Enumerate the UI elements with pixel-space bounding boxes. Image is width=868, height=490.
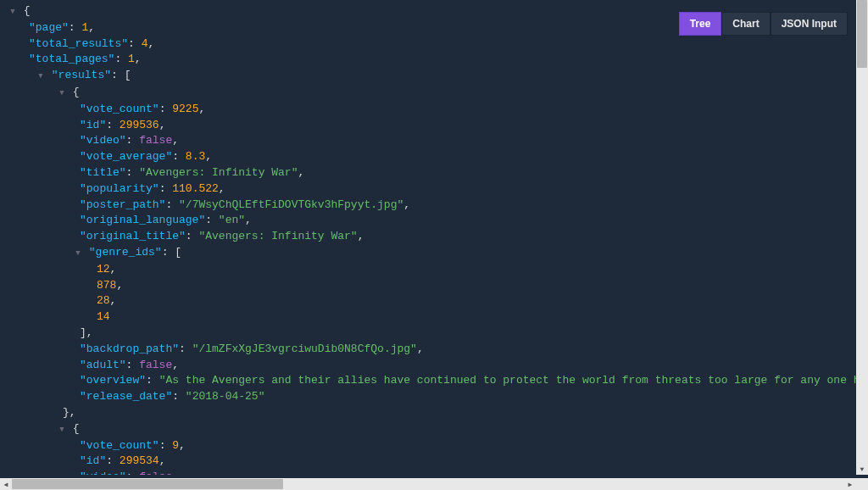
tab-chart[interactable]: Chart — [721, 12, 770, 36]
key-vote-average: "vote_average" — [80, 150, 172, 163]
val-original-language: "en" — [219, 214, 245, 226]
scroll-down-icon[interactable]: ▼ — [856, 463, 868, 475]
val-video: false — [139, 471, 172, 475]
val-genre-id: 878 — [97, 279, 116, 292]
key-vote-count: "vote_count" — [80, 103, 159, 115]
key-id: "id" — [80, 119, 106, 131]
key-backdrop-path: "backdrop_path" — [80, 342, 179, 355]
val-total-pages: 1 — [128, 53, 135, 65]
key-total-pages: "total_pages" — [29, 53, 114, 65]
key-poster-path: "poster_path" — [80, 198, 165, 211]
val-poster-path: "/7WsyChQLEftFiDOVTGkv3hFpyyt.jpg" — [179, 198, 403, 211]
json-tree: ▼ { "page": 1, "total_results": 4, "tota… — [0, 0, 856, 475]
key-video: "video" — [80, 134, 126, 147]
scrollbar-thumb[interactable] — [12, 479, 283, 489]
val-video: false — [139, 134, 172, 147]
json-viewport: ▼ { "page": 1, "total_results": 4, "tota… — [0, 0, 856, 475]
toggle-icon[interactable]: ▼ — [36, 69, 45, 85]
toggle-icon[interactable]: ▼ — [58, 86, 66, 102]
val-genre-id: 28 — [97, 294, 110, 307]
scrollbar-thumb[interactable] — [857, 0, 867, 68]
bracket-close: ], — [80, 326, 93, 339]
horizontal-scrollbar[interactable]: ◀ ▶ — [0, 478, 856, 490]
val-adult: false — [139, 359, 172, 371]
key-video: "video" — [80, 471, 126, 475]
val-original-title: "Avengers: Infinity War" — [198, 230, 357, 242]
view-tabs: Tree Chart JSON Input — [679, 12, 848, 36]
toggle-icon[interactable]: ▼ — [74, 246, 82, 262]
brace-close: }, — [63, 406, 76, 419]
key-popularity: "popularity" — [80, 182, 159, 195]
val-genre-id: 12 — [97, 263, 110, 276]
val-vote-count: 9225 — [172, 103, 198, 115]
vertical-scrollbar[interactable]: ▼ — [856, 0, 868, 475]
key-results: "results" — [52, 69, 111, 81]
key-id: "id" — [80, 454, 106, 467]
scrollbar-corner — [856, 478, 868, 490]
val-backdrop-path: "/lmZFxXgJE3vgrciwuDib0N8CfQo.jpg" — [192, 342, 417, 355]
key-page: "page" — [29, 21, 69, 34]
key-original-title: "original_title" — [80, 230, 186, 242]
key-vote-count: "vote_count" — [80, 439, 159, 452]
key-original-language: "original_language" — [80, 214, 205, 226]
tab-json-input[interactable]: JSON Input — [771, 12, 848, 36]
key-total-results: "total_results" — [29, 37, 128, 50]
val-vote-average: 8.3 — [186, 150, 205, 163]
key-adult: "adult" — [80, 359, 126, 371]
toggle-icon[interactable]: ▼ — [8, 4, 17, 20]
key-release-date: "release_date" — [80, 390, 172, 403]
val-genre-id: 14 — [97, 310, 110, 323]
val-release-date: "2018-04-25" — [186, 390, 265, 403]
key-title: "title" — [80, 166, 126, 179]
scroll-left-icon[interactable]: ◀ — [0, 478, 12, 490]
tab-tree[interactable]: Tree — [679, 12, 722, 36]
scroll-right-icon[interactable]: ▶ — [844, 478, 856, 490]
val-id: 299536 — [120, 119, 159, 131]
val-overview: "As the Avengers and their allies have c… — [159, 374, 856, 387]
toggle-icon[interactable]: ▼ — [58, 422, 66, 438]
brace-open: { — [73, 422, 80, 435]
brace-open: { — [73, 86, 80, 98]
brace-open: { — [24, 4, 31, 17]
val-id: 299534 — [120, 454, 159, 467]
val-popularity: 110.522 — [172, 182, 219, 195]
key-overview: "overview" — [80, 374, 146, 387]
val-title: "Avengers: Infinity War" — [139, 166, 298, 179]
val-vote-count: 9 — [172, 439, 179, 452]
key-genre-ids: "genre_ids" — [89, 246, 162, 259]
